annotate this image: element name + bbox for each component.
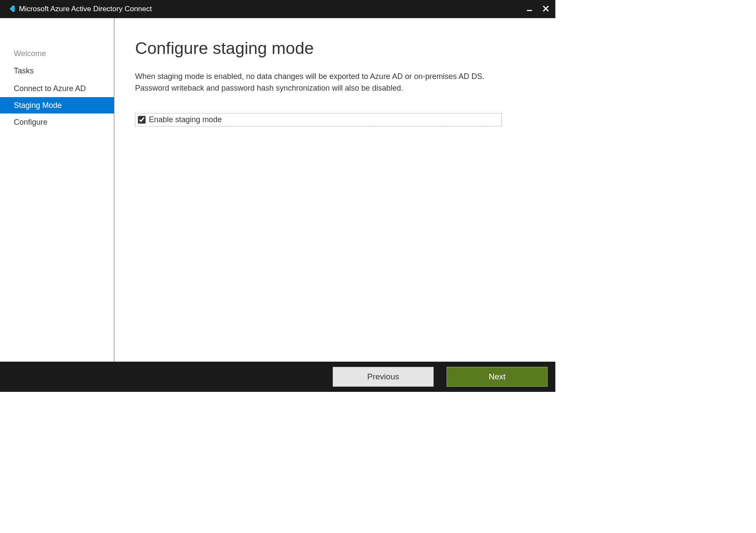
sidebar-item-welcome[interactable]: Welcome: [0, 45, 114, 62]
sidebar: Welcome Tasks Connect to Azure AD Stagin…: [0, 18, 114, 362]
enable-staging-checkbox[interactable]: [138, 116, 145, 123]
sidebar-item-label: Configure: [14, 118, 47, 126]
sidebar-item-label: Welcome: [14, 49, 46, 58]
next-button[interactable]: Next: [447, 367, 548, 387]
titlebar: Microsoft Azure Active Directory Connect: [0, 0, 555, 18]
sidebar-item-connect-azure-ad[interactable]: Connect to Azure AD: [0, 80, 114, 97]
svg-rect-2: [527, 10, 532, 11]
sidebar-item-label: Staging Mode: [14, 101, 62, 110]
azure-logo-icon: [5, 4, 15, 14]
close-icon[interactable]: [542, 5, 550, 14]
previous-button[interactable]: Previous: [333, 367, 434, 387]
enable-staging-checkbox-row[interactable]: Enable staging mode: [135, 113, 502, 126]
app-title: Microsoft Azure Active Directory Connect: [19, 5, 152, 13]
page-description: When staging mode is enabled, no data ch…: [135, 71, 506, 94]
enable-staging-label[interactable]: Enable staging mode: [149, 115, 222, 124]
sidebar-item-staging-mode[interactable]: Staging Mode: [0, 97, 114, 114]
footer: Previous Next: [0, 362, 555, 392]
window-controls: [525, 0, 550, 18]
minimize-icon[interactable]: [525, 5, 534, 14]
sidebar-item-configure[interactable]: Configure: [0, 114, 114, 131]
content-pane: Configure staging mode When staging mode…: [114, 18, 555, 362]
main-area: Welcome Tasks Connect to Azure AD Stagin…: [0, 18, 555, 362]
sidebar-item-label: Tasks: [14, 66, 34, 75]
sidebar-item-label: Connect to Azure AD: [14, 84, 86, 93]
sidebar-item-tasks[interactable]: Tasks: [0, 62, 114, 79]
page-heading: Configure staging mode: [135, 39, 529, 58]
